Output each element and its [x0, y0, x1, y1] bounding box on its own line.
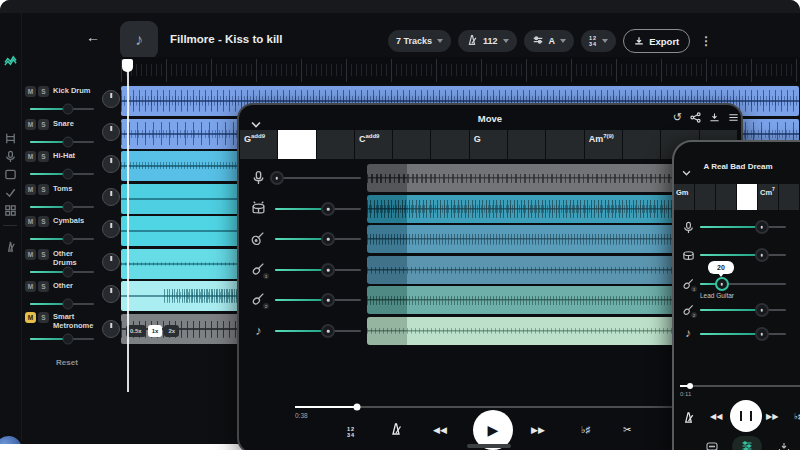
- pitch-button[interactable]: ♭♯: [794, 411, 800, 421]
- solo-button[interactable]: S: [38, 249, 49, 260]
- timesig-button[interactable]: 1234: [347, 426, 355, 439]
- speed-chip-half[interactable]: 0.5x: [126, 325, 146, 337]
- tracks-dropdown[interactable]: 7 Tracks: [388, 30, 451, 52]
- volume-slider[interactable]: [30, 271, 94, 273]
- mute-button[interactable]: M: [25, 151, 36, 162]
- speed-chip-2x[interactable]: 2x: [164, 325, 179, 337]
- mute-button[interactable]: M: [25, 216, 36, 227]
- mute-button[interactable]: M: [25, 281, 36, 292]
- mute-button[interactable]: M: [25, 249, 36, 260]
- volume-slider[interactable]: [30, 303, 94, 305]
- pan-knob[interactable]: [102, 253, 120, 271]
- solo-button[interactable]: S: [38, 86, 49, 97]
- user-avatar[interactable]: [0, 434, 24, 444]
- lyrics-bubble-icon[interactable]: [706, 439, 718, 450]
- volume-slider[interactable]: [30, 108, 94, 110]
- chord-cell[interactable]: [779, 184, 799, 210]
- chord-cell[interactable]: [695, 184, 715, 210]
- vocals-volume-slider[interactable]: [275, 177, 361, 179]
- chord-cell[interactable]: [431, 130, 468, 159]
- chord-cell[interactable]: [317, 130, 354, 159]
- chord-cell[interactable]: [716, 184, 736, 210]
- back-button[interactable]: ←: [86, 30, 100, 44]
- share-icon[interactable]: [690, 112, 701, 123]
- key-dropdown[interactable]: A: [524, 30, 575, 52]
- song-progress-bar[interactable]: [680, 385, 800, 387]
- rewind-button[interactable]: ◀◀: [710, 412, 722, 421]
- forward-button[interactable]: ▶▶: [531, 425, 545, 435]
- chord-cell[interactable]: [546, 130, 583, 159]
- metronome-rail-icon[interactable]: [3, 239, 18, 254]
- timesig-dropdown[interactable]: 12 34: [581, 30, 616, 52]
- chord-cell[interactable]: Cm7: [758, 184, 778, 210]
- chord-cell[interactable]: G: [470, 130, 507, 159]
- metronome-button[interactable]: [682, 410, 695, 428]
- pause-button[interactable]: [730, 400, 762, 432]
- vocals-volume-slider[interactable]: [700, 226, 786, 228]
- chord-cell[interactable]: Cadd9: [355, 130, 392, 159]
- chord-cell[interactable]: [393, 130, 430, 159]
- pan-knob[interactable]: [102, 155, 120, 173]
- mute-button[interactable]: M: [25, 119, 36, 130]
- download-icon[interactable]: [709, 112, 720, 123]
- other-volume-slider[interactable]: [700, 333, 786, 335]
- mute-button[interactable]: M: [25, 312, 36, 323]
- speed-chip-1x[interactable]: 1x: [148, 325, 163, 337]
- undo-icon[interactable]: ↺: [673, 112, 682, 123]
- solo-button[interactable]: S: [38, 151, 49, 162]
- song-progress-bar[interactable]: [295, 406, 727, 408]
- solo-button[interactable]: S: [38, 184, 49, 195]
- timeline-ruler[interactable]: [121, 57, 800, 84]
- chord-cell[interactable]: Gm: [674, 184, 694, 210]
- bass-volume-slider[interactable]: [275, 238, 361, 240]
- solo-button[interactable]: S: [38, 216, 49, 227]
- pan-knob[interactable]: [102, 90, 120, 108]
- solo-button[interactable]: S: [38, 312, 49, 323]
- trim-scissors-button[interactable]: ✂: [623, 424, 631, 435]
- grid-icon[interactable]: [3, 203, 18, 218]
- volume-slider[interactable]: [30, 141, 94, 143]
- guitar2-volume-slider[interactable]: [275, 299, 361, 301]
- guitar2-volume-slider[interactable]: [700, 309, 786, 311]
- volume-slider[interactable]: [30, 173, 94, 175]
- export-button[interactable]: Export: [623, 29, 690, 53]
- frame-icon[interactable]: [3, 167, 18, 182]
- pan-knob[interactable]: [102, 123, 120, 141]
- mixer-tab-active[interactable]: [732, 436, 762, 450]
- mute-button[interactable]: M: [25, 86, 36, 97]
- bpm-dropdown[interactable]: 112: [458, 30, 517, 52]
- chord-cell[interactable]: Am7(9): [585, 130, 622, 159]
- chord-cell-selected[interactable]: [737, 184, 757, 210]
- volume-slider[interactable]: [30, 338, 94, 340]
- reset-button[interactable]: Reset: [56, 358, 78, 367]
- chord-cell[interactable]: [508, 130, 545, 159]
- pan-knob[interactable]: [102, 188, 120, 206]
- progress-handle[interactable]: [687, 383, 693, 389]
- drums-volume-slider[interactable]: [275, 208, 361, 210]
- forward-button[interactable]: ▶▶: [766, 412, 778, 421]
- chord-cell-selected[interactable]: [278, 130, 315, 159]
- pan-knob[interactable]: [102, 220, 120, 238]
- other-volume-slider[interactable]: [275, 330, 361, 332]
- pitch-button[interactable]: ♭♯: [581, 424, 590, 435]
- stems-download-icon[interactable]: [778, 439, 790, 450]
- check-icon[interactable]: [3, 185, 18, 200]
- mic-icon[interactable]: [3, 149, 18, 164]
- chords-icon[interactable]: [3, 131, 18, 146]
- more-options-kebab-icon[interactable]: ⋮: [700, 34, 712, 48]
- solo-button[interactable]: S: [38, 119, 49, 130]
- drums-volume-slider[interactable]: [700, 254, 786, 256]
- mute-button[interactable]: M: [25, 184, 36, 195]
- chord-cell[interactable]: [623, 130, 660, 159]
- volume-slider[interactable]: [30, 238, 94, 240]
- pan-knob[interactable]: [102, 285, 120, 303]
- guitar1-volume-slider[interactable]: [275, 269, 361, 271]
- pan-knob[interactable]: [102, 320, 120, 338]
- volume-slider[interactable]: [30, 206, 94, 208]
- lead-guitar-volume-slider[interactable]: [700, 283, 786, 285]
- metronome-button[interactable]: [389, 422, 403, 436]
- solo-button[interactable]: S: [38, 281, 49, 292]
- menu-icon[interactable]: [728, 112, 739, 123]
- chord-cell[interactable]: Gadd9: [240, 130, 277, 159]
- mixer-waveform-icon[interactable]: [3, 53, 18, 68]
